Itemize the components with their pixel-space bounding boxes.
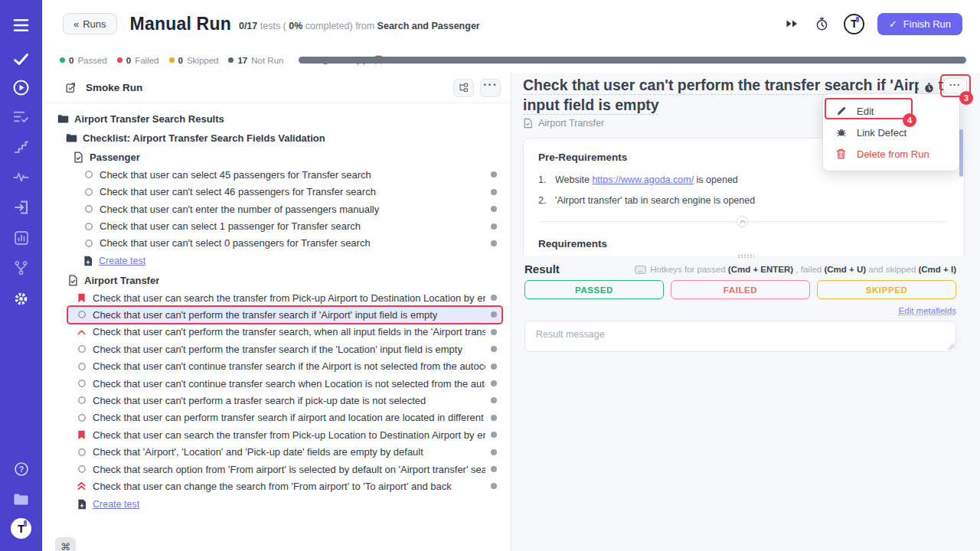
test-row-hit[interactable]: Check that user can't enter the number o… bbox=[75, 201, 501, 217]
test-plans-icon[interactable] bbox=[0, 107, 42, 127]
row-hit[interactable]: Airport Transfer Search Results bbox=[50, 111, 501, 127]
menu-item-delete-from-run[interactable]: Delete from Run bbox=[823, 143, 959, 165]
app-logo[interactable]: T bbox=[11, 518, 31, 539]
test-row-hit[interactable]: Check that user can't continue transfer … bbox=[68, 376, 501, 392]
result-status-dot[interactable] bbox=[491, 432, 497, 438]
create-test-link[interactable]: Create test bbox=[99, 256, 145, 266]
test-row-hit[interactable]: Check that user can search the transfer … bbox=[68, 427, 501, 443]
create-test-link[interactable]: Create test bbox=[93, 499, 139, 510]
test-row-hit[interactable]: Check that user can't select 46 passenge… bbox=[75, 184, 501, 200]
file-check-icon bbox=[73, 152, 84, 163]
help-icon[interactable]: ? bbox=[0, 459, 42, 479]
status-dot-icon bbox=[117, 57, 122, 63]
test-cases-check-icon[interactable] bbox=[0, 49, 42, 69]
row-hit[interactable]: Passenger bbox=[65, 149, 501, 165]
result-status-dot[interactable] bbox=[491, 240, 497, 246]
status-dot-icon bbox=[169, 57, 175, 63]
passed-button[interactable]: PASSED bbox=[524, 280, 664, 299]
test-row-hit[interactable]: Check that user can't perform the transf… bbox=[68, 307, 501, 323]
status-dot-icon bbox=[228, 57, 234, 63]
row-hit[interactable]: Checklist: Airport Transfer Search Field… bbox=[58, 130, 501, 146]
row-label: Check that user can select 45 passengers… bbox=[100, 169, 371, 181]
back-to-runs-button[interactable]: « Runs bbox=[63, 13, 117, 34]
test-row-hit[interactable]: Check that user can perform transfer sea… bbox=[68, 409, 501, 425]
card-resize-handle[interactable] bbox=[737, 254, 754, 258]
verdict-buttons: PASSEDFAILEDSKIPPED bbox=[524, 280, 956, 299]
result-status-dot[interactable] bbox=[491, 171, 497, 178]
shared-steps-icon[interactable] bbox=[0, 137, 42, 157]
finish-run-label: Finish Run bbox=[903, 18, 951, 30]
row-label: Check that user can search the transfer … bbox=[93, 292, 485, 304]
result-status-dot[interactable] bbox=[491, 329, 497, 335]
test-row-hit[interactable]: Check that user can change the search fr… bbox=[68, 478, 501, 494]
menu-item-link-defect[interactable]: Link Defect bbox=[823, 122, 959, 143]
result-status-dot[interactable] bbox=[491, 449, 497, 455]
test-row-hit[interactable]: Check that 'Airport', 'Location' and 'Pi… bbox=[68, 444, 501, 460]
result-status-dot[interactable] bbox=[491, 380, 497, 386]
skipped-button[interactable]: SKIPPED bbox=[817, 280, 956, 299]
settings-gear-icon[interactable] bbox=[0, 289, 42, 308]
row-hit[interactable]: Create test bbox=[74, 253, 501, 269]
result-message-input[interactable] bbox=[524, 321, 956, 352]
activity-pulse-icon[interactable] bbox=[0, 167, 42, 187]
failed-button[interactable]: FAILED bbox=[671, 280, 810, 299]
reports-chart-icon[interactable] bbox=[0, 228, 42, 248]
test-row-hit[interactable]: Check that user can select 45 passengers… bbox=[75, 167, 501, 183]
test-row-hit[interactable]: Check that user can't perform the transf… bbox=[68, 341, 501, 357]
finish-run-button[interactable]: ✓ Finish Run bbox=[877, 13, 962, 35]
result-status-dot[interactable] bbox=[491, 189, 497, 195]
row-hit[interactable]: Create test bbox=[68, 496, 501, 512]
result-status-dot[interactable] bbox=[491, 364, 497, 370]
create-test-row: Create test bbox=[42, 253, 501, 269]
menu-item-edit[interactable]: Edit bbox=[823, 100, 959, 122]
projects-folder-icon[interactable] bbox=[0, 489, 42, 509]
command-key-badge[interactable]: ⌘ bbox=[55, 537, 76, 551]
priority-high-icon bbox=[76, 326, 87, 337]
edit-metafields-link[interactable]: Edit metafields bbox=[899, 306, 956, 315]
tests-count: 0/17 bbox=[239, 21, 257, 31]
row-label: Airport Transfer Search Results bbox=[74, 113, 224, 125]
collapse-toggle-icon[interactable] bbox=[737, 216, 748, 227]
topbar-actions: T ✓ Finish Run bbox=[784, 13, 962, 35]
result-status-dot[interactable] bbox=[491, 223, 497, 230]
test-row-hit[interactable]: Check that user can't perform a trasfer … bbox=[68, 393, 501, 409]
content-split: Smoke Run ··· Airport Transfer Search Re… bbox=[42, 73, 980, 551]
folder-icon bbox=[57, 113, 69, 125]
suite-more-button[interactable]: ··· bbox=[480, 79, 501, 97]
prereq-link[interactable]: https://www.agoda.com/ bbox=[592, 174, 694, 185]
workspace-logo[interactable]: T bbox=[844, 14, 864, 34]
result-status-dot[interactable] bbox=[491, 311, 497, 318]
result-status-dot[interactable] bbox=[491, 466, 497, 472]
test-row-hit[interactable]: Check that user can't select 0 passenger… bbox=[75, 235, 501, 251]
tree-test-row: Check that user can search the transfer … bbox=[42, 426, 501, 443]
result-status-dot[interactable] bbox=[491, 295, 497, 301]
test-row-hit[interactable]: Check that user can't continue transfer … bbox=[68, 358, 501, 374]
not-run-circle-icon bbox=[76, 309, 87, 321]
tree-layout-button[interactable] bbox=[453, 79, 474, 97]
from-word: from bbox=[355, 21, 377, 31]
result-status-dot[interactable] bbox=[491, 397, 497, 403]
test-tree: Airport Transfer Search ResultsChecklist… bbox=[42, 106, 511, 551]
milestones-branch-icon[interactable] bbox=[0, 258, 42, 278]
result-status-dot[interactable] bbox=[491, 346, 497, 352]
menu-icon[interactable] bbox=[0, 15, 42, 35]
test-run-play-icon[interactable] bbox=[0, 77, 42, 97]
result-status-dot[interactable] bbox=[491, 206, 497, 212]
fast-forward-icon[interactable] bbox=[784, 15, 801, 32]
not-run-circle-icon bbox=[76, 412, 87, 423]
row-label: Passenger bbox=[90, 152, 140, 163]
test-row-hit[interactable]: Check that user can't perform the transf… bbox=[68, 324, 501, 340]
card-scrollbar-thumb[interactable] bbox=[959, 129, 963, 177]
keyboard-icon bbox=[635, 266, 646, 274]
completed-word: completed) bbox=[302, 21, 355, 31]
test-row-hit[interactable]: Check that search option from 'From airp… bbox=[68, 461, 501, 478]
row-hit[interactable]: Airport Transfer bbox=[60, 272, 501, 289]
tree-test-row: Check that user can't continue transfer … bbox=[42, 375, 501, 392]
import-icon[interactable] bbox=[0, 197, 42, 217]
test-row-hit[interactable]: Check that user can select 1 passenger f… bbox=[75, 218, 501, 234]
result-status-dot[interactable] bbox=[491, 483, 497, 489]
tree-file-row: Airport Transfer bbox=[42, 272, 501, 289]
result-status-dot[interactable] bbox=[491, 415, 497, 421]
retest-timer-icon[interactable] bbox=[814, 15, 831, 32]
test-row-hit[interactable]: Check that user can search the transfer … bbox=[68, 290, 501, 306]
